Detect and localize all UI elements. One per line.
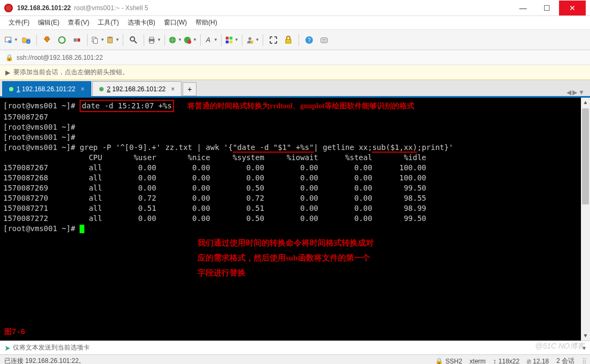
- font-icon[interactable]: A▼: [204, 33, 218, 47]
- add-session-arrow-icon[interactable]: ▶: [5, 69, 10, 76]
- svg-text:+: +: [9, 39, 11, 43]
- terminal[interactable]: [root@vms001 ~]# date -d 15:21:07 +%s 将普…: [0, 96, 590, 341]
- transfer-icon[interactable]: [40, 33, 54, 47]
- close-button[interactable]: ✕: [559, 1, 586, 15]
- toolbar-separator: [144, 34, 144, 46]
- help-icon[interactable]: ?: [302, 33, 316, 47]
- svg-point-25: [248, 37, 251, 39]
- statusbar: 已连接 192.168.26.101:22。 🔒 SSH2 xterm ↕ 11…: [0, 354, 590, 364]
- tab-close-icon[interactable]: ×: [81, 85, 84, 93]
- tab-next-icon[interactable]: ▶: [572, 89, 577, 96]
- toolbar-separator: [36, 34, 37, 46]
- new-session-icon[interactable]: +▼: [4, 33, 18, 47]
- disconnect-icon[interactable]: [70, 33, 84, 47]
- svg-line-13: [134, 41, 137, 43]
- toolbar-separator: [298, 34, 299, 46]
- toolbar-separator: [164, 34, 165, 46]
- svg-rect-15: [150, 37, 153, 39]
- tab-close-icon[interactable]: ×: [171, 85, 175, 93]
- session-tab-1[interactable]: 1 192.168.26.101:22 ×: [2, 81, 91, 96]
- toolbar-separator: [242, 34, 242, 46]
- svg-rect-21: [226, 36, 229, 39]
- svg-rect-7: [77, 38, 80, 42]
- printer-new-icon[interactable]: ▼: [147, 33, 161, 47]
- reconnect-icon[interactable]: [55, 33, 69, 47]
- fullscreen-icon[interactable]: [266, 33, 280, 47]
- tabbar: 1 192.168.26.101:22 × 2 192.168.26.101:2…: [0, 80, 590, 96]
- menu-edit[interactable]: 编辑(E): [35, 16, 62, 29]
- svg-rect-27: [286, 39, 291, 43]
- menubar: 文件(F) 编辑(E) 查看(V) 工具(T) 选项卡(B) 窗口(W) 帮助(…: [0, 16, 590, 30]
- addressbar[interactable]: 🔒 ssh://root@192.168.26.101:22: [0, 50, 590, 65]
- toolbar-separator: [221, 34, 222, 46]
- svg-rect-6: [74, 38, 77, 42]
- session-tab-2[interactable]: 2 192.168.26.101:22 ×: [92, 81, 182, 96]
- svg-rect-30: [321, 38, 327, 43]
- search-icon[interactable]: [127, 33, 140, 47]
- status-terminal: xterm: [470, 358, 486, 365]
- scrollbar-thumb[interactable]: [582, 108, 589, 204]
- lock-icon[interactable]: [281, 33, 295, 47]
- tab-index: 1: [17, 85, 20, 93]
- infobar: ▶ 要添加当前会话，点击左侧的箭头按钮。: [0, 65, 590, 80]
- folder-add-icon[interactable]: +: [19, 33, 33, 47]
- address-url: ssh://root@192.168.26.101:22: [17, 54, 103, 61]
- new-tab-button[interactable]: +: [183, 82, 196, 96]
- menu-tabs[interactable]: 选项卡(B): [124, 16, 159, 29]
- send-input-row[interactable]: ➤ 仅将文本发送到当前选项卡 ▾: [0, 341, 590, 354]
- toolbar-separator: [200, 34, 201, 46]
- highlighted-command: date -d 15:21:07 +%s: [80, 100, 174, 112]
- menu-window[interactable]: 窗口(W): [161, 16, 190, 29]
- annotation-1: 将普通的时间格式转换为rrdtool、gnuplot等绘图软件能够识别的格式: [187, 102, 414, 110]
- status-protocol: 🔒 SSH2: [435, 358, 462, 365]
- scroll-up-icon[interactable]: ▲: [581, 98, 590, 107]
- paste-icon[interactable]: ▼: [106, 33, 120, 47]
- menu-help[interactable]: 帮助(H): [192, 16, 221, 29]
- scroll-down-icon[interactable]: ▼: [581, 331, 590, 341]
- svg-rect-9: [93, 38, 97, 43]
- maximize-button[interactable]: ☐: [535, 1, 559, 15]
- svg-rect-26: [250, 40, 253, 42]
- underline-date: "date -d "$1" +%s": [233, 143, 314, 153]
- send-dropdown-icon[interactable]: ▾: [583, 344, 586, 352]
- status-size: ↕ 118x22: [493, 358, 520, 365]
- svg-text:?: ?: [308, 37, 311, 43]
- status-sessions: 2 会话: [556, 357, 575, 364]
- app-icon: [4, 4, 13, 12]
- menu-tools[interactable]: 工具(T): [95, 16, 122, 29]
- terminal-scrollbar[interactable]: ▲ ▼: [581, 98, 590, 341]
- globe-green-icon[interactable]: ▼: [168, 33, 182, 47]
- svg-point-12: [130, 37, 135, 41]
- tab-index: 2: [107, 85, 111, 93]
- globe-red-icon[interactable]: ▼: [183, 33, 197, 47]
- svg-rect-22: [230, 36, 232, 39]
- tab-label: 192.168.26.101:22: [22, 85, 75, 93]
- svg-rect-16: [150, 41, 153, 43]
- tab-label: 192.168.26.101:22: [112, 85, 166, 93]
- minimize-button[interactable]: —: [511, 1, 535, 15]
- annotation-2: 我们通过使用时间的转换命令将时间格式转换成对 应的需求格式，然后使用sub函数将…: [198, 235, 374, 280]
- svg-rect-11: [108, 36, 111, 38]
- user-lock-icon[interactable]: ▼: [246, 33, 259, 47]
- status-grip-icon[interactable]: ⣿: [582, 358, 586, 365]
- svg-text:A: A: [206, 36, 210, 44]
- window-controls: — ☐ ✕: [511, 1, 586, 15]
- status-dot-icon: [99, 87, 104, 91]
- palette-icon[interactable]: ▼: [225, 33, 239, 47]
- send-placeholder: 仅将文本发送到当前选项卡: [13, 343, 90, 352]
- menu-view[interactable]: 查看(V): [65, 16, 92, 29]
- tab-nav: ◀ ▶ ▼: [567, 89, 588, 96]
- svg-point-19: [187, 40, 191, 44]
- toolbar: +▼ + ▼ ▼ ▼ ▼ ▼ A▼ ▼ ▼ ?: [0, 30, 590, 50]
- menu-file[interactable]: 文件(F): [5, 16, 33, 29]
- send-arrow-icon[interactable]: ➤: [4, 344, 11, 352]
- about-icon[interactable]: [317, 33, 331, 47]
- infobar-text: 要添加当前会话，点击左侧的箭头按钮。: [13, 68, 129, 77]
- status-connection: 已连接 192.168.26.101:22。: [4, 357, 85, 364]
- status-position: ⎚ 12,18: [527, 358, 549, 365]
- copy-icon[interactable]: ▼: [91, 33, 105, 47]
- tab-prev-icon[interactable]: ◀: [567, 89, 571, 96]
- toolbar-separator: [123, 34, 123, 46]
- terminal-content: [root@vms001 ~]# date -d 15:21:07 +%s 将普…: [3, 100, 587, 234]
- tab-menu-icon[interactable]: ▼: [578, 89, 585, 96]
